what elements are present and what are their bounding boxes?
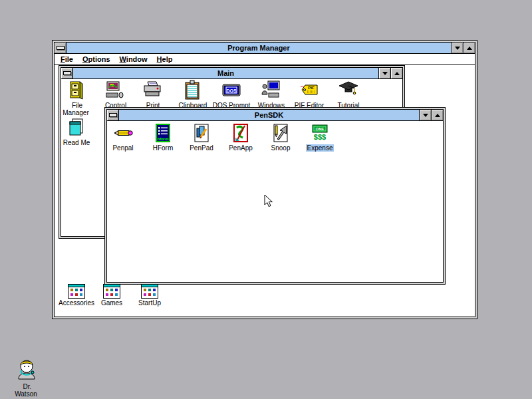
desktop-icon-dr-watson[interactable]: Dr. Watson [12,356,41,398]
svg-text:PIF: PIF [308,86,315,90]
program-item-pif-editor[interactable]: PIF PIF Editor [289,80,330,109]
menu-help[interactable]: Help [152,55,178,65]
penapp-icon [230,122,251,144]
icon-label-selected: Expense [299,144,340,152]
main-group-titlebar[interactable]: Main [61,68,402,79]
maximize-button[interactable] [390,68,402,78]
minimize-button[interactable] [378,68,390,78]
mouse-cursor [264,194,274,208]
menu-file[interactable]: File [56,55,78,65]
group-title: PenSDK [119,110,419,120]
program-item-expense[interactable]: ONE $$$ Expense [299,122,340,152]
hform-icon: hform [152,122,174,144]
menu-bar: File Options Window Help [55,54,475,65]
windows-setup-icon [260,80,281,101]
minimize-button[interactable] [451,43,463,53]
program-item-penpad[interactable]: PenPad [181,122,222,152]
print-manager-icon [142,80,163,101]
dr-watson-icon [15,356,39,380]
svg-text:hform: hform [158,137,170,141]
maximize-button[interactable] [431,110,443,120]
group-icon-startup[interactable]: StartUp [128,284,171,307]
system-menu-button[interactable] [55,43,66,53]
program-manager-titlebar[interactable]: Program Manager [55,43,475,54]
program-item-file-manager[interactable]: File Manager [61,80,97,116]
program-item-read-me[interactable]: Read Me [61,117,97,146]
group-icon-games[interactable]: Games [90,284,133,307]
program-item-hform[interactable]: hform HForm [142,122,184,152]
penpad-icon [191,122,212,144]
maximize-button[interactable] [463,43,475,53]
program-group-icon [103,284,120,299]
maximize-icon [467,47,472,50]
control-panel-icon [104,80,126,101]
system-menu-icon [57,46,65,50]
penpal-icon [112,122,134,144]
read-me-icon [66,117,87,138]
menu-window[interactable]: Window [115,55,152,65]
pif-editor-icon: PIF [299,80,320,101]
tutorial-icon [338,80,359,101]
group-title: Main [73,68,378,78]
dos-prompt-icon: DOS [221,80,242,101]
program-manager-client: Main [55,65,475,317]
minimize-button[interactable] [419,110,431,120]
maximize-icon [394,72,400,75]
icon-label: Penpal [107,144,144,152]
program-item-penapp[interactable]: PenApp [220,122,261,152]
icon-label: PenPad [181,144,222,152]
clipboard-viewer-icon [182,80,203,101]
icon-label: Dr. Watson [12,383,41,398]
icon-label: Snoop [260,144,301,152]
minimize-icon [455,47,460,50]
minimize-icon [423,114,428,117]
desktop: { "colors": { "titlebar": "#a6caf0", "de… [0,0,532,399]
program-group-icon [68,284,85,299]
icon-label: StartUp [128,299,171,307]
expense-icon: ONE $$$ [309,122,331,144]
system-menu-icon [109,113,117,117]
icon-label: Read Me [61,139,97,146]
icon-label: File Manager [61,102,97,116]
pensdk-group-client: Penpal hform [107,121,443,282]
system-menu-icon [63,71,71,75]
svg-text:$$$: $$$ [314,133,326,141]
icon-label: PenApp [220,144,261,152]
pensdk-group-window: PenSDK [104,107,446,285]
icon-label: Games [90,299,133,307]
minimize-icon [382,72,388,75]
program-manager-window: Program Manager File Options Window Help… [52,40,477,319]
pensdk-group-titlebar[interactable]: PenSDK [107,110,443,121]
program-item-penpal[interactable]: Penpal [107,122,144,152]
file-manager-icon [66,80,87,101]
program-item-snoop[interactable]: Snoop [260,122,301,152]
maximize-icon [435,114,440,117]
menu-options[interactable]: Options [78,55,115,65]
program-item-tutorial[interactable]: Tutorial [328,80,369,109]
svg-text:DOS: DOS [226,88,237,93]
icon-label: HForm [142,144,184,152]
program-item-dos-prompt[interactable]: DOS DOS Prompt [211,80,252,109]
svg-text:ONE: ONE [315,127,324,131]
system-menu-button[interactable] [61,68,73,78]
snoop-icon [270,122,291,144]
system-menu-button[interactable] [107,110,119,120]
window-title: Program Manager [66,43,451,53]
program-group-icon [141,284,158,299]
